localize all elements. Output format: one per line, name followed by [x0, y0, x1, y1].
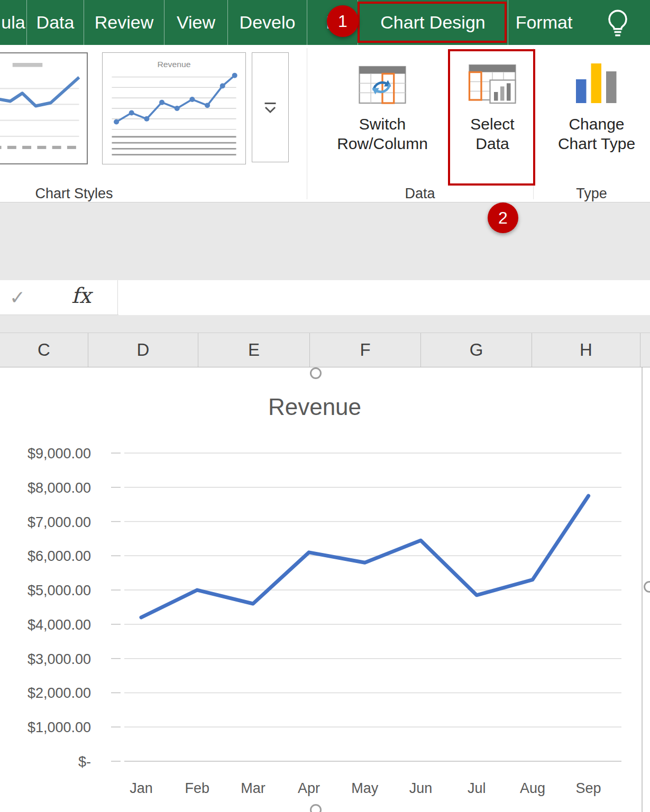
svg-text:$8,000.00: $8,000.00 — [28, 480, 91, 496]
svg-text:$-: $- — [78, 754, 91, 770]
svg-text:$4,000.00: $4,000.00 — [28, 617, 91, 633]
group-label-data: Data — [307, 186, 533, 202]
svg-text:May: May — [351, 780, 379, 796]
tab-view[interactable]: View — [164, 0, 227, 45]
column-header-c[interactable]: C — [0, 333, 88, 367]
column-header-d[interactable]: D — [88, 333, 198, 367]
formula-bar-divider — [117, 280, 118, 315]
chart-style-1-preview-icon — [0, 57, 84, 160]
formula-bar-row: ✓ fx — [0, 280, 650, 315]
chart-style-thumbnail-selected[interactable] — [0, 52, 88, 164]
svg-text:Jun: Jun — [409, 780, 433, 796]
tab-chart-design[interactable]: Chart Design — [358, 0, 508, 45]
switch-row-column-button[interactable]: Switch Row/Column — [316, 49, 449, 153]
svg-text:Aug: Aug — [520, 780, 545, 796]
tab-format[interactable]: Format — [508, 0, 580, 45]
select-data-button[interactable]: Select Data — [451, 49, 534, 153]
column-header-g[interactable]: G — [421, 333, 532, 367]
svg-text:Apr: Apr — [298, 780, 320, 796]
svg-text:$7,000.00: $7,000.00 — [28, 514, 91, 530]
svg-text:Feb: Feb — [185, 780, 209, 796]
svg-text:Revenue: Revenue — [268, 394, 361, 420]
tab-formulas[interactable]: ula — [0, 0, 26, 45]
svg-text:Jul: Jul — [468, 780, 486, 796]
insert-function-fx-icon[interactable]: fx — [71, 283, 91, 308]
select-data-label: Select Data — [463, 115, 521, 153]
ribbon-tab-bar: ula Data Review View Develo H Chart Desi… — [0, 0, 650, 45]
chart-resize-handle-top[interactable] — [310, 367, 322, 379]
switch-row-column-icon — [357, 57, 408, 112]
column-header-e[interactable]: E — [198, 333, 310, 367]
column-header-h[interactable]: H — [532, 333, 640, 367]
svg-text:$5,000.00: $5,000.00 — [28, 583, 91, 598]
formula-bar-input[interactable] — [118, 280, 650, 315]
chevron-down-icon — [261, 98, 280, 117]
group-label-type: Type — [533, 186, 650, 202]
svg-text:Sep: Sep — [576, 780, 601, 796]
formula-header-gap — [0, 315, 650, 333]
group-separator — [307, 48, 307, 199]
chart-style-2-preview-icon: Revenue — [106, 56, 242, 161]
column-header-f[interactable]: F — [310, 333, 421, 367]
chart-style-thumbnail-2[interactable]: Revenue — [102, 52, 246, 164]
column-header-partial[interactable] — [640, 333, 650, 367]
worksheet-area: $-$1,000.00$2,000.00$3,000.00$4,000.00$5… — [0, 367, 650, 812]
group-separator — [533, 48, 534, 199]
svg-text:$6,000.00: $6,000.00 — [28, 548, 91, 564]
chart-frame-right-edge — [642, 367, 643, 812]
svg-text:$2,000.00: $2,000.00 — [28, 685, 91, 701]
select-data-icon — [467, 57, 518, 112]
tell-me-lightbulb-icon[interactable] — [604, 8, 631, 38]
ribbon-lower-band — [0, 202, 650, 280]
column-header-row: C D E F G H — [0, 333, 650, 367]
change-chart-type-label: Change Chart Type — [548, 115, 646, 153]
switch-row-column-label: Switch Row/Column — [328, 115, 437, 153]
thumb2-title: Revenue — [157, 60, 190, 69]
chart-styles-more-button[interactable] — [252, 52, 289, 162]
enter-checkmark-icon[interactable]: ✓ — [10, 287, 25, 309]
tab-developer[interactable]: Develo — [227, 0, 307, 45]
svg-text:$1,000.00: $1,000.00 — [28, 719, 91, 735]
revenue-line-chart[interactable]: $-$1,000.00$2,000.00$3,000.00$4,000.00$5… — [0, 367, 650, 812]
ribbon-content: Revenue — [0, 45, 650, 202]
tab-review[interactable]: Review — [84, 0, 164, 45]
change-chart-type-icon — [571, 57, 622, 112]
change-chart-type-button[interactable]: Change Chart Type — [544, 49, 649, 153]
tab-help[interactable]: H — [307, 0, 358, 45]
svg-text:$3,000.00: $3,000.00 — [28, 651, 91, 667]
svg-text:Mar: Mar — [241, 780, 266, 796]
tab-data[interactable]: Data — [26, 0, 84, 45]
svg-text:Jan: Jan — [130, 780, 153, 796]
chart-resize-handle-bottom[interactable] — [310, 804, 322, 812]
group-label-chart-styles: Chart Styles — [0, 186, 196, 202]
svg-text:$9,000.00: $9,000.00 — [28, 446, 91, 462]
